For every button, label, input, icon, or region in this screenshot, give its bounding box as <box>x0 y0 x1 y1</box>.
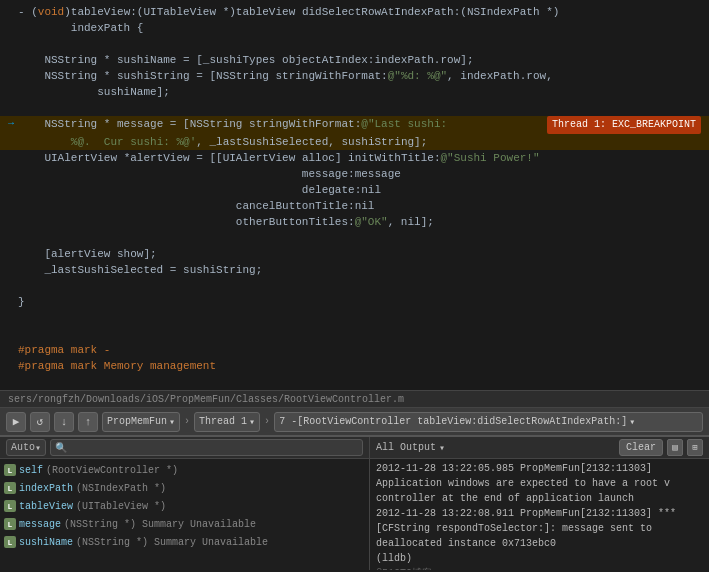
stack-selector[interactable]: 7 -[RootViewController tableView:didSele… <box>274 412 703 432</box>
step-into-button[interactable]: ↓ <box>54 412 74 432</box>
thread-badge: Thread 1: EXC_BREAKPOINT <box>547 116 701 134</box>
variable-type: (UITableView *) <box>76 501 166 512</box>
variable-type: (RootViewController *) <box>46 465 178 476</box>
code-line <box>0 278 709 294</box>
variable-type-icon: L <box>4 518 16 530</box>
dropdown-arrow-icon: ▾ <box>169 416 175 428</box>
line-content: } <box>18 294 701 310</box>
code-line: otherButtonTitles:@"OK", nil]; <box>0 214 709 230</box>
line-content: #pragma mark - <box>18 342 701 358</box>
watermark: @51CTO博客 <box>376 566 703 570</box>
code-line: message:message <box>0 166 709 182</box>
line-content: cancelButtonTitle:nil <box>18 198 701 214</box>
line-content: otherButtonTitles:@"OK", nil]; <box>18 214 701 230</box>
variable-type: (NSString *) Summary Unavailable <box>64 519 256 530</box>
variable-row[interactable]: Lself(RootViewController *) <box>0 461 369 479</box>
code-line: → NSString * message = [NSString stringW… <box>0 116 709 134</box>
stack-dropdown-icon: ▾ <box>629 416 635 428</box>
line-content: indexPath { <box>18 20 701 36</box>
code-line <box>0 310 709 326</box>
thread-dropdown-icon: ▾ <box>249 416 255 428</box>
line-content: %@. Cur sushi: %@', _lastSushiSelected, … <box>18 134 701 150</box>
filepath-text: sers/rongfzh/Downloads/iOS/PropMemFun/Cl… <box>8 394 404 405</box>
stack-frame-label: 7 -[RootViewController tableView:didSele… <box>279 416 627 427</box>
console-line: Application windows are expected to have… <box>376 476 703 491</box>
debug-toolbar: ▶ ↺ ↓ ↑ PropMemFun ▾ › Thread 1 ▾ › 7 -[… <box>0 408 709 436</box>
variables-list: Lself(RootViewController *)LindexPath(NS… <box>0 459 369 570</box>
code-line: - (void)tableView:(UITableView *)tableVi… <box>0 4 709 20</box>
line-content: - (void)tableView:(UITableView *)tableVi… <box>18 4 701 20</box>
variables-header: Auto ▾ 🔍 <box>0 437 369 459</box>
variable-type-icon: L <box>4 500 16 512</box>
console-controls: Clear ▤ ⊞ <box>619 439 703 456</box>
console-dropdown-icon: ▾ <box>439 442 445 454</box>
variable-row[interactable]: Lmessage(NSString *) Summary Unavailable <box>0 515 369 533</box>
variable-search-input[interactable]: 🔍 <box>50 439 363 456</box>
console-pane: All Output ▾ Clear ▤ ⊞ 2012-11-28 13:22:… <box>370 437 709 570</box>
variable-type: (NSString *) Summary Unavailable <box>76 537 268 548</box>
variable-name: tableView <box>19 501 73 512</box>
thread-label: Thread 1 <box>199 416 247 427</box>
code-line: indexPath { <box>0 20 709 36</box>
console-line: (lldb) <box>376 551 703 566</box>
code-line <box>0 36 709 52</box>
thread-selector[interactable]: Thread 1 ▾ <box>194 412 260 432</box>
console-header: All Output ▾ Clear ▤ ⊞ <box>370 437 709 459</box>
code-line <box>0 374 709 390</box>
code-line: UIAlertView *alertView = [[UIAlertView a… <box>0 150 709 166</box>
line-content: message:message <box>18 166 701 182</box>
clear-label: Clear <box>626 442 656 453</box>
code-line: sushiName]; <box>0 84 709 100</box>
line-content: UIAlertView *alertView = [[UIAlertView a… <box>18 150 701 166</box>
console-lock-button[interactable]: ▤ <box>667 439 683 456</box>
continue-button[interactable]: ▶ <box>6 412 26 432</box>
line-content: NSString * sushiString = [NSString strin… <box>18 68 701 84</box>
clear-button[interactable]: Clear <box>619 439 663 456</box>
search-icon: 🔍 <box>55 442 67 454</box>
variable-type: (NSIndexPath *) <box>76 483 166 494</box>
step-over-button[interactable]: ↺ <box>30 412 50 432</box>
line-content: [alertView show]; <box>18 246 701 262</box>
line-content: delegate:nil <box>18 182 701 198</box>
separator: › <box>184 416 190 427</box>
code-line: _lastSushiSelected = sushiString; <box>0 262 709 278</box>
variable-row[interactable]: LindexPath(NSIndexPath *) <box>0 479 369 497</box>
code-line: } <box>0 294 709 310</box>
console-line: controller at the end of application lau… <box>376 491 703 506</box>
line-content: NSString * message = [NSString stringWit… <box>18 116 541 132</box>
code-line: #pragma mark Memory management <box>0 358 709 374</box>
variable-type-icon: L <box>4 464 16 476</box>
console-line: deallocated instance 0x713ebc0 <box>376 536 703 551</box>
variables-pane: Auto ▾ 🔍 Lself(RootViewController *)Lind… <box>0 437 370 570</box>
step-out-button[interactable]: ↑ <box>78 412 98 432</box>
console-line: 2012-11-28 13:22:08.911 PropMemFun[2132:… <box>376 506 703 521</box>
scope-label: Auto <box>11 442 35 453</box>
console-expand-button[interactable]: ⊞ <box>687 439 703 456</box>
code-line: cancelButtonTitle:nil <box>0 198 709 214</box>
variable-row[interactable]: LtableView(UITableView *) <box>0 497 369 515</box>
separator2: › <box>264 416 270 427</box>
code-line: NSString * sushiString = [NSString strin… <box>0 68 709 84</box>
variable-type-icon: L <box>4 536 16 548</box>
variable-type-icon: L <box>4 482 16 494</box>
line-arrow: → <box>8 116 18 132</box>
code-line: [alertView show]; <box>0 246 709 262</box>
line-content: NSString * sushiName = [_sushiTypes obje… <box>18 52 701 68</box>
variable-name: indexPath <box>19 483 73 494</box>
code-line <box>0 230 709 246</box>
project-selector[interactable]: PropMemFun ▾ <box>102 412 180 432</box>
console-line: 2012-11-28 13:22:05.985 PropMemFun[2132:… <box>376 461 703 476</box>
line-content: _lastSushiSelected = sushiString; <box>18 262 701 278</box>
variable-name: message <box>19 519 61 530</box>
bottom-panel: Auto ▾ 🔍 Lself(RootViewController *)Lind… <box>0 436 709 570</box>
line-content: #pragma mark Memory management <box>18 358 701 374</box>
console-title-label: All Output <box>376 442 436 453</box>
scope-selector[interactable]: Auto ▾ <box>6 439 46 456</box>
console-output: 2012-11-28 13:22:05.985 PropMemFun[2132:… <box>370 459 709 570</box>
project-label: PropMemFun <box>107 416 167 427</box>
variable-row[interactable]: LsushiName(NSString *) Summary Unavailab… <box>0 533 369 551</box>
code-editor: - (void)tableView:(UITableView *)tableVi… <box>0 0 709 390</box>
variable-name: self <box>19 465 43 476</box>
filepath-bar: sers/rongfzh/Downloads/iOS/PropMemFun/Cl… <box>0 390 709 408</box>
scope-arrow-icon: ▾ <box>35 442 41 454</box>
